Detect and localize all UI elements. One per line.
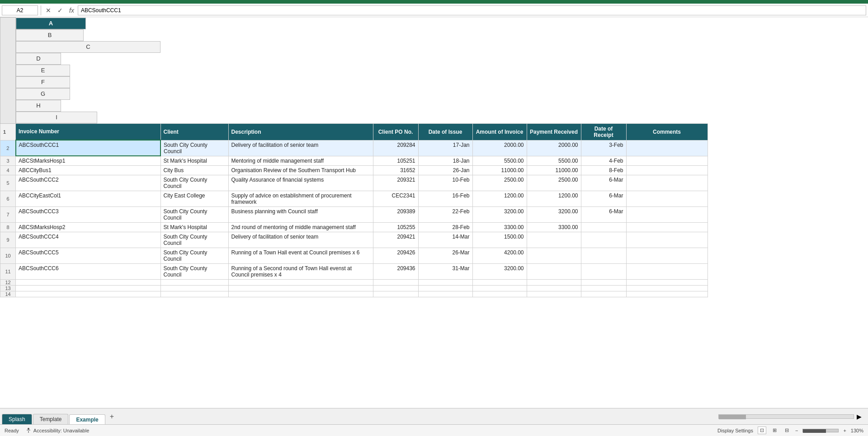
cell-13-colI[interactable] <box>626 286 708 291</box>
col-header-b[interactable]: B <box>16 29 84 41</box>
cell-3-colD[interactable]: 105251 <box>373 156 418 166</box>
cell-8-colG[interactable]: 3300.00 <box>527 223 581 232</box>
cancel-icon[interactable]: ✕ <box>44 6 53 15</box>
cell-7-colH[interactable]: 6-Mar <box>581 207 626 223</box>
cell-2-colI[interactable] <box>626 140 708 156</box>
header-cell-description[interactable]: Description <box>228 123 373 140</box>
cell-4-colI[interactable] <box>626 166 708 175</box>
cell-11-colB[interactable]: South City County Council <box>160 264 228 280</box>
cell-5-colG[interactable]: 2500.00 <box>527 175 581 191</box>
header-cell-invoice-number[interactable]: Invoice Number <box>16 123 161 140</box>
header-cell-amount[interactable]: Amount of Invoice <box>472 123 527 140</box>
cell-9-colA[interactable]: ABCSouthCCC4 <box>16 232 161 248</box>
fx-icon[interactable]: fx <box>67 6 76 15</box>
cell-2-colG[interactable]: 2000.00 <box>527 140 581 156</box>
cell-10-colH[interactable] <box>581 248 626 264</box>
cell-9-colF[interactable]: 1500.00 <box>472 232 527 248</box>
cell-14-colD[interactable] <box>373 291 418 297</box>
cell-14-colC[interactable] <box>228 291 373 297</box>
cell-5-colD[interactable]: 209321 <box>373 175 418 191</box>
col-header-d[interactable]: D <box>16 53 61 65</box>
cell-12-colH[interactable] <box>581 280 626 286</box>
cell-14-colB[interactable] <box>160 291 228 297</box>
cell-10-colB[interactable]: South City County Council <box>160 248 228 264</box>
cell-8-colB[interactable]: St Mark's Hospital <box>160 223 228 232</box>
cell-10-colF[interactable]: 4200.00 <box>472 248 527 264</box>
cell-8-colH[interactable] <box>581 223 626 232</box>
cell-7-colE[interactable]: 22-Feb <box>418 207 472 223</box>
cell-9-colD[interactable]: 209421 <box>373 232 418 248</box>
col-header-f[interactable]: F <box>16 76 70 88</box>
cell-8-colD[interactable]: 105255 <box>373 223 418 232</box>
cell-3-colH[interactable]: 4-Feb <box>581 156 626 166</box>
cell-11-colA[interactable]: ABCSouthCCC6 <box>16 264 161 280</box>
cell-10-colI[interactable] <box>626 248 708 264</box>
formula-input[interactable] <box>78 5 866 15</box>
add-sheet-button[interactable]: + <box>106 408 118 424</box>
zoom-slider[interactable] <box>802 429 839 432</box>
cell-4-colE[interactable]: 26-Jan <box>418 166 472 175</box>
cell-4-colF[interactable]: 11000.00 <box>472 166 527 175</box>
cell-9-colB[interactable]: South City County Council <box>160 232 228 248</box>
cell-8-colI[interactable] <box>626 223 708 232</box>
display-settings[interactable]: Display Settings <box>717 428 753 433</box>
col-header-h[interactable]: H <box>16 100 61 112</box>
cell-13-colC[interactable] <box>228 286 373 291</box>
cell-13-colH[interactable] <box>581 286 626 291</box>
cell-14-colI[interactable] <box>626 291 708 297</box>
cell-6-colA[interactable]: ABCCityEastCol1 <box>16 191 161 207</box>
cell-6-colC[interactable]: Supply of advice on establishment of pro… <box>228 191 373 207</box>
cell-14-colH[interactable] <box>581 291 626 297</box>
cell-12-colF[interactable] <box>472 280 527 286</box>
col-header-i[interactable]: I <box>16 112 97 123</box>
header-cell-comments[interactable]: Comments <box>626 123 708 140</box>
cell-10-colG[interactable] <box>527 248 581 264</box>
cell-2-colA[interactable]: ABCSouthCCC1 <box>16 140 161 156</box>
cell-14-colE[interactable] <box>418 291 472 297</box>
cell-6-colF[interactable]: 1200.00 <box>472 191 527 207</box>
tab-example[interactable]: Example <box>69 414 105 425</box>
header-cell-client-po[interactable]: Client PO No. <box>373 123 418 140</box>
cell-12-colA[interactable] <box>16 280 161 286</box>
cell-12-colB[interactable] <box>160 280 228 286</box>
cell-9-colG[interactable] <box>527 232 581 248</box>
header-cell-date-receipt[interactable]: Date of Receipt <box>581 123 626 140</box>
cell-2-colD[interactable]: 209284 <box>373 140 418 156</box>
cell-11-colH[interactable] <box>581 264 626 280</box>
cell-3-colE[interactable]: 18-Jan <box>418 156 472 166</box>
header-cell-payment-received[interactable]: Payment Received <box>527 123 581 140</box>
cell-8-colE[interactable]: 28-Feb <box>418 223 472 232</box>
cell-3-colF[interactable]: 5500.00 <box>472 156 527 166</box>
cell-3-colI[interactable] <box>626 156 708 166</box>
cell-7-colB[interactable]: South City County Council <box>160 207 228 223</box>
cell-13-colB[interactable] <box>160 286 228 291</box>
cell-12-colI[interactable] <box>626 280 708 286</box>
cell-10-colA[interactable]: ABCSouthCCC5 <box>16 248 161 264</box>
col-header-g[interactable]: G <box>16 88 70 100</box>
zoom-out-icon[interactable]: − <box>795 428 798 433</box>
cell-12-colD[interactable] <box>373 280 418 286</box>
cell-11-colC[interactable]: Running of a Second round of Town Hall e… <box>228 264 373 280</box>
cell-6-colD[interactable]: CEC2341 <box>373 191 418 207</box>
cell-2-colC[interactable]: Delivery of facilitation of senior team <box>228 140 373 156</box>
page-layout-icon[interactable]: ⊞ <box>771 427 778 434</box>
cell-13-colA[interactable] <box>16 286 161 291</box>
normal-view-icon[interactable]: ⊡ <box>758 427 766 434</box>
cell-6-colI[interactable] <box>626 191 708 207</box>
cell-2-colB[interactable]: South City County Council <box>160 140 228 156</box>
cell-3-colA[interactable]: ABCStMarksHosp1 <box>16 156 161 166</box>
page-break-icon[interactable]: ⊟ <box>783 427 791 434</box>
cell-11-colF[interactable]: 3200.00 <box>472 264 527 280</box>
confirm-icon[interactable]: ✓ <box>56 6 65 15</box>
cell-12-colG[interactable] <box>527 280 581 286</box>
cell-3-colB[interactable]: St Mark's Hospital <box>160 156 228 166</box>
cell-6-colH[interactable]: 6-Mar <box>581 191 626 207</box>
cell-7-colD[interactable]: 209389 <box>373 207 418 223</box>
cell-4-colG[interactable]: 11000.00 <box>527 166 581 175</box>
cell-4-colH[interactable]: 8-Feb <box>581 166 626 175</box>
cell-12-colC[interactable] <box>228 280 373 286</box>
cell-5-colA[interactable]: ABCSouthCCC2 <box>16 175 161 191</box>
cell-11-colG[interactable] <box>527 264 581 280</box>
tab-template[interactable]: Template <box>33 414 69 424</box>
cell-3-colC[interactable]: Mentoring of middle management staff <box>228 156 373 166</box>
